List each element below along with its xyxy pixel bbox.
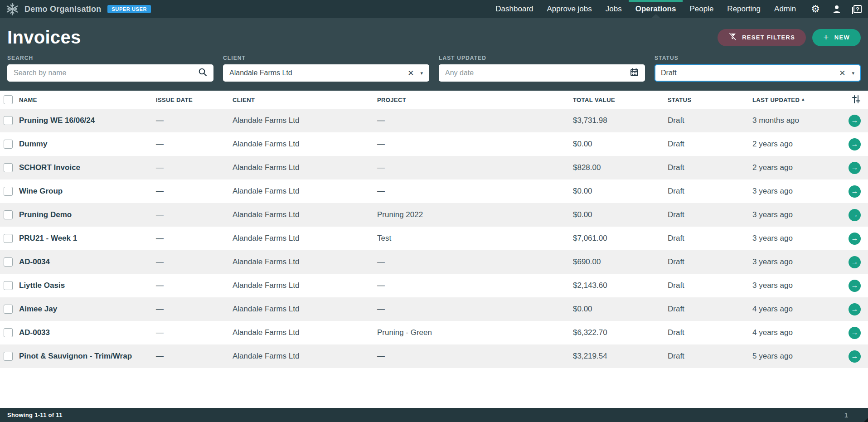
invoice-row[interactable]: AD-0033—Alandale Farms LtdPruning - Gree… (0, 321, 868, 344)
row-checkbox[interactable] (4, 163, 13, 172)
row-checkbox[interactable] (4, 140, 13, 149)
row-checkbox[interactable] (4, 116, 13, 125)
nav-item-operations[interactable]: Operations (629, 0, 683, 18)
last-updated-icons (630, 68, 639, 78)
cell-issue_date: — (152, 187, 229, 196)
column-header-status[interactable]: STATUS (664, 97, 749, 103)
row-checkbox[interactable] (4, 352, 13, 361)
invoice-row[interactable]: Wine Group—Alandale Farms Ltd—$0.00Draft… (0, 179, 868, 203)
invoice-row[interactable]: Pruning Demo—Alandale Farms LtdPruning 2… (0, 203, 868, 227)
new-invoice-button[interactable]: + NEW (812, 29, 861, 46)
cell-last_updated: 3 years ago (749, 257, 835, 267)
name-text[interactable]: Liyttle Oasis (19, 281, 65, 290)
nav-item-approve-jobs[interactable]: Approve jobs (540, 0, 599, 18)
row-checkbox[interactable] (4, 281, 13, 290)
name-text[interactable]: Pruning WE 16/06/24 (19, 116, 95, 125)
name-text[interactable]: AD-0034 (19, 257, 50, 267)
cell-total_value: $828.00 (569, 163, 664, 172)
cell-total_value: $3,219.54 (569, 352, 664, 361)
column-header-client[interactable]: CLIENT (229, 97, 373, 103)
column-header-last-updated[interactable]: LAST UPDATED▲ (749, 97, 835, 103)
row-checkbox[interactable] (4, 257, 13, 267)
invoice-row[interactable]: Liyttle Oasis—Alandale Farms Ltd—$2,143.… (0, 274, 868, 297)
row-checkbox-cell (0, 116, 15, 125)
column-header-label: PROJECT (377, 97, 406, 103)
showing-count: Showing 1-11 of 11 (7, 412, 63, 418)
name-text[interactable]: SCHORT Invoice (19, 163, 80, 172)
nav-item-admin[interactable]: Admin (767, 0, 803, 18)
column-header-total-value[interactable]: TOTAL VALUE (569, 97, 664, 103)
invoice-row[interactable]: Dummy—Alandale Farms Ltd—$0.00Draft2 yea… (0, 132, 868, 156)
cell-client: Alandale Farms Ltd (229, 328, 373, 337)
cell-issue_date: — (152, 163, 229, 172)
name-text[interactable]: Dummy (19, 140, 47, 149)
reset-filters-button[interactable]: RESET FILTERS (718, 29, 806, 46)
search-input[interactable]: Search by name (7, 64, 213, 82)
row-checkbox[interactable] (4, 234, 13, 243)
open-invoice-button[interactable]: → (849, 138, 861, 150)
cell-project: — (373, 305, 569, 314)
cell-name: AD-0033 (15, 328, 152, 337)
open-invoice-button[interactable]: → (849, 327, 861, 339)
page-number[interactable]: 1 (844, 412, 848, 419)
row-checkbox[interactable] (4, 305, 13, 314)
row-checkbox[interactable] (4, 210, 13, 219)
search-search-icon[interactable] (198, 68, 207, 78)
cell-name: Pruning WE 16/06/24 (15, 116, 152, 125)
status-chevron-down-icon[interactable]: ▾ (852, 70, 854, 76)
status-input[interactable]: Draft✕▾ (655, 64, 861, 82)
last-updated-calendar-icon[interactable] (630, 68, 639, 78)
cell-client: Alandale Farms Ltd (229, 163, 373, 172)
nav-item-dashboard[interactable]: Dashboard (489, 0, 540, 18)
name-text[interactable]: Pinot & Sauvignon - Trim/Wrap (19, 352, 132, 361)
column-header-issue-date[interactable]: ISSUE DATE (152, 97, 229, 103)
gear-icon[interactable]: ⚙ (811, 4, 820, 14)
invoice-row[interactable]: Aimee Jay—Alandale Farms Ltd—$0.00Draft4… (0, 297, 868, 321)
cell-total_value: $3,731.98 (569, 116, 664, 125)
cell-issue_date: — (152, 352, 229, 361)
select-all-checkbox[interactable] (4, 95, 13, 104)
name-text[interactable]: Pruning Demo (19, 210, 72, 219)
row-checkbox[interactable] (4, 328, 13, 337)
nav-item-reporting[interactable]: Reporting (720, 0, 767, 18)
name-text[interactable]: PRU21 - Week 1 (19, 234, 77, 243)
open-invoice-button[interactable]: → (849, 115, 861, 127)
help-docs-icon[interactable]: ? (853, 5, 862, 13)
column-header-project[interactable]: PROJECT (373, 97, 569, 103)
invoice-row[interactable]: PRU21 - Week 1—Alandale Farms LtdTest$7,… (0, 227, 868, 250)
open-invoice-button[interactable]: → (849, 303, 861, 315)
invoice-row[interactable]: Pinot & Sauvignon - Trim/Wrap—Alandale F… (0, 344, 868, 368)
row-actions-cell: → (835, 138, 868, 150)
nav-item-jobs[interactable]: Jobs (599, 0, 629, 18)
client-chevron-down-icon[interactable]: ▾ (420, 70, 423, 76)
open-invoice-button[interactable]: → (849, 280, 861, 292)
name-text[interactable]: Wine Group (19, 187, 63, 196)
invoice-row[interactable]: SCHORT Invoice—Alandale Farms Ltd—$828.0… (0, 156, 868, 179)
column-settings-icon[interactable] (852, 95, 861, 105)
nav-item-people[interactable]: People (683, 0, 720, 18)
column-header-name[interactable]: NAME (15, 97, 152, 103)
column-header-label: CLIENT (233, 97, 255, 103)
cell-project: — (373, 352, 569, 361)
name-text[interactable]: Aimee Jay (19, 305, 57, 314)
open-invoice-button[interactable]: → (849, 350, 861, 363)
client-input[interactable]: Alandale Farms Ltd✕▾ (223, 64, 429, 82)
cell-last_updated: 5 years ago (749, 352, 835, 361)
open-invoice-button[interactable]: → (849, 256, 861, 268)
row-checkbox[interactable] (4, 187, 13, 196)
invoice-row[interactable]: AD-0034—Alandale Farms Ltd—$690.00Draft3… (0, 250, 868, 274)
arrow-right-icon: → (851, 141, 858, 148)
open-invoice-button[interactable]: → (849, 162, 861, 174)
open-invoice-button[interactable]: → (849, 185, 861, 198)
cell-total_value: $0.00 (569, 210, 664, 219)
user-icon[interactable] (832, 4, 842, 14)
open-invoice-button[interactable]: → (849, 209, 861, 221)
status-clear-icon[interactable]: ✕ (839, 69, 845, 77)
client-clear-icon[interactable]: ✕ (407, 69, 414, 77)
client-text: Alandale Farms Ltd (233, 187, 299, 196)
name-text[interactable]: AD-0033 (19, 328, 50, 337)
last-updated-input[interactable]: Any date (439, 64, 645, 82)
invoice-row[interactable]: Pruning WE 16/06/24—Alandale Farms Ltd—$… (0, 109, 868, 132)
open-invoice-button[interactable]: → (849, 233, 861, 245)
nav-icon-group: ⚙ ? (811, 4, 862, 14)
